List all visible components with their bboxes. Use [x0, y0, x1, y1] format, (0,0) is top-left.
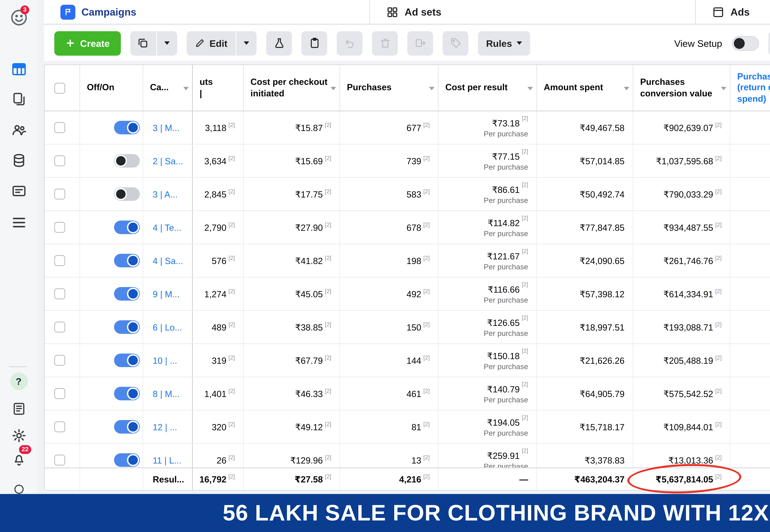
col-header-off-on[interactable]: Off/On	[80, 65, 143, 111]
amount-spent-cell: ₹49,467.58	[537, 111, 633, 144]
edit-options-button[interactable]	[236, 31, 256, 55]
campaigns-table-icon[interactable]	[10, 61, 27, 77]
amount-spent-cell: ₹57,014.85	[537, 145, 633, 177]
campaign-toggle[interactable]	[114, 121, 140, 134]
campaign-toggle[interactable]	[114, 320, 140, 334]
row-checkbox[interactable]	[54, 288, 65, 299]
move-button[interactable]	[407, 31, 433, 55]
campaign-name-link[interactable]: 9 | M...	[143, 289, 179, 299]
pages-icon[interactable]	[11, 92, 26, 107]
chevron-down-icon	[244, 41, 249, 45]
columns-button[interactable]	[768, 31, 770, 55]
audiences-icon[interactable]	[11, 122, 26, 138]
delete-button[interactable]	[372, 31, 398, 55]
campaign-toggle[interactable]	[114, 453, 140, 467]
purchases-cell: 150[2]	[340, 311, 439, 343]
tag-button[interactable]	[443, 31, 469, 55]
amount-spent-cell: ₹57,398.12	[537, 278, 633, 310]
menu-icon[interactable]	[10, 214, 27, 231]
select-all-checkbox[interactable]	[54, 83, 65, 93]
left-sidebar: 3 ? 22	[0, 0, 37, 494]
col-header-cost-per-result[interactable]: Cost per result	[439, 65, 537, 111]
roas-cell: 10.70[2]	[730, 278, 770, 310]
row-checkbox[interactable]	[54, 122, 65, 133]
duplicate-options-button[interactable]	[156, 31, 177, 55]
campaign-toggle[interactable]	[114, 387, 140, 400]
row-checkbox[interactable]	[54, 388, 65, 399]
rules-button[interactable]: Rules	[478, 31, 530, 55]
col-header-purchases[interactable]: Purchases	[340, 65, 439, 111]
help-icon[interactable]: ?	[10, 373, 28, 390]
settings-gear-icon[interactable]	[11, 428, 26, 443]
ab-test-flask-icon	[273, 37, 285, 49]
edit-button[interactable]: Edit	[186, 31, 235, 55]
toolbar: Create Edit	[44, 25, 770, 61]
campaign-toggle[interactable]	[114, 154, 140, 168]
cost-per-result-cell: ₹194.05[2] Per purchase	[439, 411, 537, 443]
campaign-name-link[interactable]: 3 | A...	[143, 189, 177, 199]
campaign-name-link[interactable]: 8 | M...	[143, 389, 179, 399]
col-header-conversion-value[interactable]: Purchases conversion value	[633, 65, 730, 111]
undo-icon	[344, 37, 355, 49]
billing-icon[interactable]	[11, 153, 26, 168]
purchases-cell: 144[2]	[340, 344, 439, 377]
sort-caret-icon	[429, 87, 435, 90]
notifications-bell-icon[interactable]	[11, 452, 26, 467]
undo-button[interactable]	[337, 31, 363, 55]
search-circle-icon[interactable]	[13, 483, 25, 495]
duplicate-icon	[137, 37, 149, 49]
campaign-name-link[interactable]: 10 | ...	[143, 355, 177, 365]
tab-campaigns[interactable]: Campaigns	[44, 0, 370, 24]
col-header-campaign[interactable]: Ca...	[143, 65, 193, 111]
view-setup-toggle[interactable]	[732, 36, 759, 50]
tab-adsets-label: Ad sets	[405, 6, 442, 18]
row-checkbox[interactable]	[54, 355, 65, 366]
campaign-toggle[interactable]	[114, 287, 140, 301]
updates-doc-icon[interactable]	[12, 402, 26, 416]
duplicate-button[interactable]	[130, 31, 156, 55]
cost-per-checkout-cell: ₹27.90[2]	[244, 211, 340, 244]
tab-ads[interactable]: Ads	[696, 0, 770, 24]
col-header-amount-spent[interactable]: Amount spent	[537, 65, 633, 111]
cost-per-result-cell: ₹73.18[2] Per purchase	[439, 111, 537, 144]
row-checkbox[interactable]	[54, 155, 65, 166]
col-header-cost-per-checkout[interactable]: Cost per checkout initiated	[244, 65, 340, 111]
result-type-label: Per purchase	[484, 262, 528, 270]
result-type-label: Per purchase	[484, 229, 528, 237]
roas-cell: 6.99[2]	[730, 411, 770, 443]
campaign-name-link[interactable]: 4 | Te...	[143, 222, 181, 232]
ads-icon	[712, 6, 724, 18]
campaign-name-link[interactable]: 11 | L...	[143, 455, 181, 465]
campaign-name-link[interactable]: 12 | ...	[143, 422, 177, 432]
row-checkbox[interactable]	[54, 322, 65, 333]
row-checkbox[interactable]	[54, 189, 65, 199]
campaign-toggle[interactable]	[114, 187, 140, 201]
campaign-name-link[interactable]: 2 | Sa...	[143, 156, 183, 166]
row-checkbox[interactable]	[54, 421, 65, 432]
purchases-cell: 461[2]	[340, 377, 439, 410]
campaign-name-link[interactable]: 4 | Sa...	[143, 256, 183, 266]
purchases-cell: 739[2]	[340, 145, 439, 177]
conversion-value-cell: ₹934,487.55[2]	[633, 211, 730, 244]
row-checkbox[interactable]	[54, 455, 65, 465]
cost-per-checkout-cell: ₹41.82[2]	[244, 244, 340, 277]
account-overview-icon[interactable]	[11, 183, 26, 199]
campaign-toggle[interactable]	[114, 221, 140, 234]
campaign-toggle[interactable]	[114, 420, 140, 434]
row-checkbox[interactable]	[54, 255, 65, 266]
trash-icon	[379, 37, 391, 49]
campaign-name-link[interactable]: 6 | Lo...	[143, 322, 182, 332]
col-header-purchase-roas[interactable]: Purchase ROAS (return on ad spend)	[730, 65, 770, 111]
pin-clipboard-button[interactable]	[301, 31, 327, 55]
tab-adsets[interactable]: Ad sets	[370, 0, 696, 24]
checkouts-cell: 2,845[2]	[193, 178, 244, 210]
ab-test-button[interactable]	[266, 31, 292, 55]
campaign-name-link[interactable]: 3 | M...	[143, 123, 179, 133]
table-row: 12 | ... 320[2] ₹49.12[2] 81[2] ₹194.05[…	[45, 411, 770, 444]
row-checkbox[interactable]	[54, 222, 65, 233]
cost-per-checkout-cell: ₹15.87[2]	[244, 111, 340, 144]
col-header-checkouts[interactable]: uts|	[193, 65, 244, 111]
create-button[interactable]: Create	[54, 31, 121, 55]
campaign-toggle[interactable]	[114, 354, 140, 367]
campaign-toggle[interactable]	[114, 254, 140, 267]
